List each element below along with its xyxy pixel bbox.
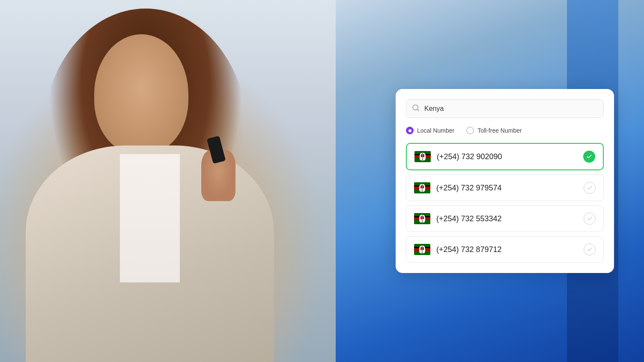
number-item-3[interactable]: (+254) 732 553342	[406, 205, 604, 232]
phone-number-2: (+254) 732 979574	[436, 184, 502, 193]
number-item-4-left: (+254) 732 879712	[414, 244, 502, 255]
svg-line-1	[417, 109, 418, 110]
check-icon-1	[583, 151, 595, 163]
phone-number-4: (+254) 732 879712	[436, 245, 502, 254]
check-icon-2	[584, 182, 596, 194]
person-photo	[0, 0, 343, 362]
number-item-4[interactable]: (+254) 732 879712	[406, 236, 604, 263]
tollfree-number-label: Toll-free Number	[477, 127, 522, 134]
check-icon-3	[584, 213, 596, 225]
number-item-2-left: (+254) 732 979574	[414, 182, 502, 193]
number-item-1-left: (+254) 732 902090	[414, 151, 502, 162]
kenya-flag-1	[414, 151, 431, 162]
number-type-group: Local Number Toll-free Number	[406, 127, 604, 134]
local-number-label: Local Number	[417, 127, 454, 134]
tollfree-number-option[interactable]: Toll-free Number	[466, 127, 522, 134]
search-icon	[412, 104, 420, 113]
local-number-radio[interactable]	[406, 127, 414, 134]
number-list: (+254) 732 902090 (+254) 732 979574	[406, 143, 604, 263]
search-input[interactable]	[406, 99, 604, 118]
local-number-option[interactable]: Local Number	[406, 127, 454, 134]
kenya-flag-4	[414, 244, 430, 255]
kenya-flag-3	[414, 213, 430, 224]
number-item-1[interactable]: (+254) 732 902090	[406, 143, 604, 170]
phone-number-3: (+254) 732 553342	[436, 214, 502, 223]
number-item-2[interactable]: (+254) 732 979574	[406, 175, 604, 201]
search-wrapper	[406, 99, 604, 118]
phone-number-1: (+254) 732 902090	[437, 152, 502, 161]
phone-number-panel: Local Number Toll-free Number (+254) 732…	[396, 89, 614, 273]
tollfree-number-radio[interactable]	[466, 127, 474, 134]
number-item-3-left: (+254) 732 553342	[414, 213, 502, 224]
check-icon-4	[584, 243, 596, 255]
kenya-flag-2	[414, 182, 430, 193]
